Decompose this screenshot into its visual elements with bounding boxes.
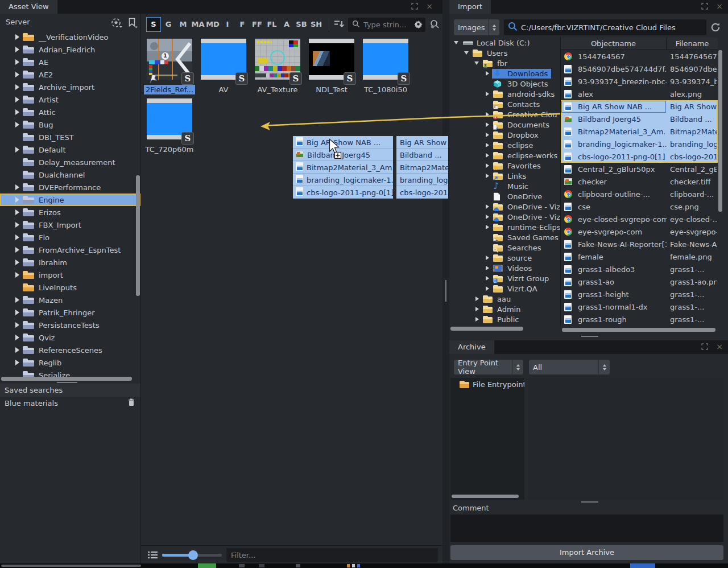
expander-icon[interactable] xyxy=(14,158,23,166)
server-tree-item[interactable]: DBI_TEST xyxy=(0,131,140,143)
maximize-icon[interactable] xyxy=(701,3,709,11)
expander-icon[interactable] xyxy=(14,208,23,216)
expander-icon[interactable] xyxy=(485,265,492,271)
view-button-m[interactable]: M xyxy=(176,17,191,32)
table-row[interactable]: branding_logicmaker-1... branding_logi..… xyxy=(561,138,718,150)
asset-thumbnail[interactable]: S TC_1080i50 xyxy=(363,39,408,94)
view-button-a[interactable]: A xyxy=(279,17,294,32)
asset-thumbnail[interactable]: 1 S 2Fields_Ref... xyxy=(147,39,192,94)
view-button-ma[interactable]: MA xyxy=(191,17,205,32)
bookmark-icon[interactable] xyxy=(127,18,139,31)
asset-thumbnail[interactable]: S NDI_Test xyxy=(309,39,354,94)
filesystem-tree-item[interactable]: runtime-Eclips xyxy=(449,222,560,232)
table-row[interactable]: grass1-normal1-dx grass1-... xyxy=(561,301,718,313)
asset-thumbnail[interactable]: S TC_720p60m xyxy=(147,98,192,154)
expander-icon[interactable] xyxy=(14,233,23,241)
expander-icon[interactable] xyxy=(14,171,23,179)
server-tree-item[interactable]: DVEPerformance xyxy=(0,181,140,194)
server-tree-item[interactable]: import xyxy=(0,269,140,281)
server-tree-item[interactable]: Erizos xyxy=(0,206,140,219)
trash-icon[interactable] xyxy=(128,398,135,408)
expander-icon[interactable] xyxy=(14,359,23,367)
tab-archive[interactable]: Archive xyxy=(449,340,494,354)
expander-icon[interactable] xyxy=(485,121,492,128)
expander-icon[interactable] xyxy=(14,146,23,154)
expander-icon[interactable] xyxy=(464,50,471,56)
server-tree-item[interactable]: FBX_Import xyxy=(0,219,140,231)
table-row[interactable]: clipboard-outline-... clipboard-... xyxy=(561,188,718,200)
server-tree-item[interactable]: LiveInputs xyxy=(0,281,140,294)
expander-icon[interactable] xyxy=(14,133,23,141)
filesystem-tree-item[interactable]: Users xyxy=(449,48,560,58)
server-tree-item[interactable]: Dualchannel xyxy=(0,168,140,181)
entrypoint-pane-scrollbar[interactable] xyxy=(452,495,519,498)
server-tree-item[interactable]: PersistanceTests xyxy=(0,319,140,331)
expander-icon[interactable] xyxy=(485,183,492,190)
filesystem-tree-item[interactable]: Contacts xyxy=(449,99,560,109)
thumbnail-image[interactable]: S xyxy=(363,39,408,80)
expander-icon[interactable] xyxy=(474,60,482,67)
server-tree-item[interactable]: Artist xyxy=(0,93,140,106)
filesystem-tree-item[interactable]: Local Disk (C:) xyxy=(449,38,560,48)
server-tree-item[interactable]: Delay_measurement xyxy=(0,156,140,168)
refresh-icon[interactable] xyxy=(710,22,721,34)
table-horizontal-scrollbar[interactable] xyxy=(562,328,715,332)
expander-icon[interactable] xyxy=(485,80,492,87)
filesystem-tree-item[interactable]: OneDrive xyxy=(449,191,560,201)
table-row[interactable]: Fake-News-AI-Reporter[1] Fake-News-AI... xyxy=(561,238,718,250)
table-row[interactable]: alex alex.png xyxy=(561,88,718,100)
filesystem-tree-item[interactable]: Public xyxy=(449,314,560,324)
expander-icon[interactable] xyxy=(14,283,23,291)
close-icon[interactable]: × xyxy=(715,3,723,11)
server-tree-item[interactable]: AE xyxy=(0,56,140,68)
server-tree-item[interactable]: FromArchive_EspnTest xyxy=(0,244,140,256)
view-button-sh[interactable]: SH xyxy=(309,17,324,32)
filesystem-tree-item[interactable]: Searches xyxy=(449,242,560,253)
table-row[interactable]: grass1-rough grass1-... xyxy=(561,313,718,326)
filesystem-tree-item[interactable]: Links xyxy=(449,171,560,181)
expander-icon[interactable] xyxy=(485,152,492,159)
table-row[interactable]: eye-closed-svgrepo-com eye-closed-... xyxy=(561,213,718,225)
thumbnail-image[interactable]: S xyxy=(147,98,192,139)
expander-icon[interactable] xyxy=(485,275,492,282)
asset-search-input[interactable] xyxy=(362,20,412,30)
view-button-fl[interactable]: FL xyxy=(264,17,279,32)
file-entrypoint-item[interactable]: File Entrypoint xyxy=(450,378,524,390)
expander-icon[interactable] xyxy=(14,46,23,53)
table-row[interactable]: checker checker.tiff xyxy=(561,175,718,188)
asset-thumbnail[interactable]: S AV_Texture xyxy=(255,39,300,94)
filesystem-tree-item[interactable]: Admin xyxy=(449,304,560,314)
expander-icon[interactable] xyxy=(485,111,492,118)
table-row[interactable]: grass1-ao grass1-ao.png xyxy=(561,275,718,288)
thumbnail-filter-input[interactable] xyxy=(226,548,438,562)
expander-icon[interactable] xyxy=(14,246,23,254)
asset-type-select[interactable]: Images xyxy=(454,19,499,35)
filesystem-tree-item[interactable]: Dropbox xyxy=(449,130,560,140)
filesystem-tree-item[interactable]: eclipse xyxy=(449,140,560,150)
filesystem-tree-item[interactable]: aau xyxy=(449,294,560,304)
expander-icon[interactable] xyxy=(485,285,492,292)
column-header-objectname[interactable]: Objectname xyxy=(561,38,667,50)
filesystem-tree-item[interactable]: android-sdks xyxy=(449,89,560,99)
filesystem-tree-item[interactable]: source xyxy=(449,253,560,263)
filesystem-tree-item[interactable]: Creative Clou xyxy=(449,109,560,120)
expander-icon[interactable] xyxy=(474,316,482,323)
server-tree-item[interactable]: Bug xyxy=(0,118,140,131)
expander-icon[interactable] xyxy=(485,224,492,231)
splitter-grip[interactable] xyxy=(581,336,598,337)
import-path-input[interactable] xyxy=(520,23,704,32)
filesystem-tree-item[interactable]: Downloads xyxy=(449,68,560,79)
entry-point-view-select[interactable]: Entry Point View xyxy=(454,360,523,374)
dock-splitter-grip[interactable] xyxy=(445,280,446,302)
expander-icon[interactable] xyxy=(14,346,23,354)
expander-icon[interactable] xyxy=(485,142,492,149)
thumbnail-image[interactable]: S xyxy=(201,39,246,80)
expander-icon[interactable] xyxy=(14,108,23,116)
expander-icon[interactable] xyxy=(14,308,23,316)
expander-icon[interactable] xyxy=(485,101,492,108)
table-row[interactable]: Bitmap2Material_3_Am... Bitmap2Mate... xyxy=(561,125,718,138)
table-row[interactable]: eye-svgrepo-com eye-svgrepo-... xyxy=(561,225,718,238)
expander-icon[interactable] xyxy=(485,234,492,241)
server-tree-item[interactable]: AE2 xyxy=(0,68,140,81)
table-vertical-scrollbar[interactable] xyxy=(718,50,722,212)
